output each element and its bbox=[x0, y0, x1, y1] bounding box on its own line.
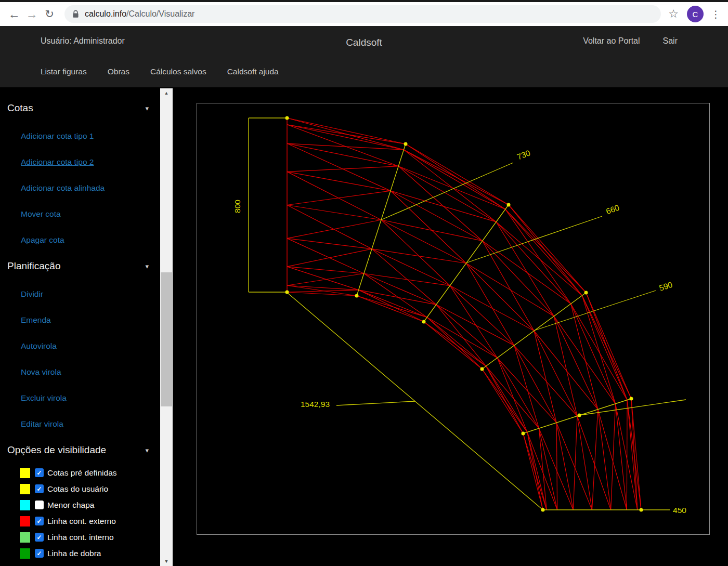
url-domain: calculo.info bbox=[85, 9, 126, 18]
sidebar-item-dividir[interactable]: Dividir bbox=[21, 288, 160, 300]
section-title-opcoes-de-visibilidade[interactable]: Opções de visibilidade▾ bbox=[0, 444, 160, 456]
color-swatch bbox=[20, 484, 30, 494]
checkbox-cotas-pre-definidas[interactable]: ✓ bbox=[35, 468, 44, 477]
vertex-dot bbox=[578, 414, 581, 417]
scrollbar-thumb[interactable] bbox=[161, 272, 172, 406]
visibility-label: Linha de dobra bbox=[47, 549, 101, 558]
address-bar[interactable]: calculo.info/Calculo/Visualizar bbox=[64, 5, 661, 23]
elbow-planification-drawing: 8007306605901542,93450 bbox=[197, 103, 709, 534]
visibility-label: Menor chapa bbox=[47, 501, 94, 510]
nav-item-caldsoft-ajuda[interactable]: Caldsoft ajuda bbox=[227, 67, 279, 76]
visibility-row-linha-de-dobra: ✓Linha de dobra bbox=[0, 545, 160, 561]
visibility-row-cotas-pre-definidas: ✓Cotas pré definidas bbox=[0, 465, 160, 481]
visibility-row-cotas-do-usuario: ✓Cotas do usuário bbox=[0, 481, 160, 497]
sidebar-item-apagar-cota[interactable]: Apagar cota bbox=[21, 234, 160, 246]
section-title-label: Opções de visibilidade bbox=[7, 444, 106, 456]
color-swatch bbox=[20, 532, 30, 543]
nav-item-calculos-salvos[interactable]: Cálculos salvos bbox=[150, 67, 206, 76]
lock-icon bbox=[72, 10, 79, 18]
scroll-down-icon[interactable]: ▼ bbox=[160, 557, 173, 566]
visibility-options: ✓Cotas pré definidas✓Cotas do usuárioMen… bbox=[0, 465, 160, 561]
app-header: Usuário: Administrador Caldsoft Voltar a… bbox=[0, 26, 728, 87]
browser-menu-icon[interactable]: ⋮ bbox=[711, 8, 721, 20]
sidebar-item-editar-virola[interactable]: Editar virola bbox=[21, 418, 160, 430]
url-text[interactable]: calculo.info/Calculo/Visualizar bbox=[85, 9, 194, 19]
dim-label-730: 730 bbox=[516, 148, 532, 162]
visibility-label: Cotas pré definidas bbox=[47, 468, 117, 478]
vertex-dot bbox=[541, 508, 545, 512]
section-links: Adicionar cota tipo 1Adicionar cota tipo… bbox=[0, 130, 160, 246]
reload-icon[interactable]: ↻ bbox=[41, 8, 58, 20]
dim-label-660: 660 bbox=[605, 203, 620, 216]
main-nav: Listar figurasObrasCálculos salvosCaldso… bbox=[0, 56, 728, 87]
profile-avatar[interactable]: C bbox=[687, 6, 704, 22]
vertex-dot bbox=[422, 320, 426, 324]
vertex-dot bbox=[584, 291, 588, 295]
sidebar-item-autovirola[interactable]: Autovirola bbox=[21, 340, 160, 352]
section-title-label: Planificação bbox=[7, 260, 60, 272]
vertex-dot bbox=[640, 508, 643, 512]
checkbox-menor-chapa[interactable] bbox=[35, 501, 44, 509]
sidebar-item-mover-cota[interactable]: Mover cota bbox=[21, 208, 160, 220]
visibility-label: Linha cont. interno bbox=[47, 533, 114, 542]
vertex-dot bbox=[630, 397, 633, 401]
sidebar-item-adicionar-cota-tipo-2[interactable]: Adicionar cota tipo 2 bbox=[21, 156, 160, 168]
section-title-label: Cotas bbox=[7, 102, 33, 114]
nav-item-listar-figuras[interactable]: Listar figuras bbox=[41, 67, 87, 76]
color-swatch bbox=[20, 516, 30, 526]
checkbox-cotas-do-usuario[interactable]: ✓ bbox=[35, 484, 44, 493]
sidebar: Cotas▾Adicionar cota tipo 1Adicionar cot… bbox=[0, 87, 160, 566]
vertex-dot bbox=[480, 367, 484, 371]
section-title-cotas[interactable]: Cotas▾ bbox=[0, 102, 160, 114]
dim-label-590: 590 bbox=[658, 280, 673, 293]
bookmark-star-icon[interactable]: ☆ bbox=[668, 7, 679, 21]
checkbox-linha-cont-interno[interactable]: ✓ bbox=[35, 533, 44, 542]
scroll-up-icon[interactable]: ▲ bbox=[160, 88, 173, 98]
vertex-dot bbox=[404, 142, 408, 146]
sidebar-item-adicionar-cota-alinhada[interactable]: Adicionar cota alinhada bbox=[21, 182, 160, 194]
visibility-row-linha-cont-externo: ✓Linha cont. externo bbox=[0, 513, 160, 529]
section-title-planificacao[interactable]: Planificação▾ bbox=[0, 260, 160, 272]
chevron-down-icon: ▾ bbox=[145, 104, 149, 112]
color-swatch bbox=[20, 548, 30, 559]
sidebar-scrollbar[interactable]: ▲ ▼ bbox=[160, 88, 173, 566]
dim-label-1542-93: 1542,93 bbox=[301, 400, 330, 409]
vertex-dot bbox=[285, 291, 289, 294]
vertex-dot bbox=[507, 203, 511, 207]
voltar-ao-portal-link[interactable]: Voltar ao Portal bbox=[583, 36, 640, 46]
forward-icon: → bbox=[23, 7, 41, 21]
checkbox-linha-de-dobra[interactable]: ✓ bbox=[35, 549, 44, 558]
back-icon[interactable]: ← bbox=[5, 7, 23, 21]
mesh-lines bbox=[287, 118, 641, 510]
chevron-down-icon: ▾ bbox=[145, 446, 149, 454]
vertex-dot bbox=[355, 294, 359, 298]
visibility-row-linha-cont-interno: ✓Linha cont. interno bbox=[0, 529, 160, 545]
drawing-canvas[interactable]: 8007306605901542,93450 bbox=[197, 103, 710, 535]
sidebar-item-emenda[interactable]: Emenda bbox=[21, 314, 160, 326]
sidebar-item-nova-virola[interactable]: Nova virola bbox=[21, 366, 160, 378]
vertex-dots bbox=[285, 116, 643, 512]
chevron-down-icon: ▾ bbox=[145, 262, 149, 270]
vertex-dot bbox=[522, 432, 525, 436]
vertex-dot bbox=[285, 116, 289, 120]
sidebar-item-adicionar-cota-tipo-1[interactable]: Adicionar cota tipo 1 bbox=[21, 130, 160, 142]
page: Cotas▾Adicionar cota tipo 1Adicionar cot… bbox=[0, 87, 728, 566]
color-swatch bbox=[20, 468, 30, 478]
sidebar-item-excluir-virola[interactable]: Excluir virola bbox=[21, 392, 160, 404]
visibility-label: Linha cont. externo bbox=[47, 517, 116, 526]
visibility-row-menor-chapa: Menor chapa bbox=[0, 497, 160, 513]
browser-chrome: ← → ↻ calculo.info/Calculo/Visualizar ☆ … bbox=[0, 0, 728, 26]
visibility-label: Cotas do usuário bbox=[47, 484, 108, 494]
browser-toolbar: ← → ↻ calculo.info/Calculo/Visualizar ☆ … bbox=[0, 2, 728, 26]
sair-link[interactable]: Sair bbox=[663, 36, 678, 46]
color-swatch bbox=[20, 500, 30, 510]
url-path: /Calculo/Visualizar bbox=[126, 9, 194, 18]
nav-item-obras[interactable]: Obras bbox=[108, 67, 129, 76]
checkbox-linha-cont-externo[interactable]: ✓ bbox=[35, 517, 44, 525]
section-links: DividirEmendaAutovirolaNova virolaExclui… bbox=[0, 288, 160, 430]
dim-label-450: 450 bbox=[673, 506, 686, 515]
dim-label-800: 800 bbox=[233, 200, 242, 213]
